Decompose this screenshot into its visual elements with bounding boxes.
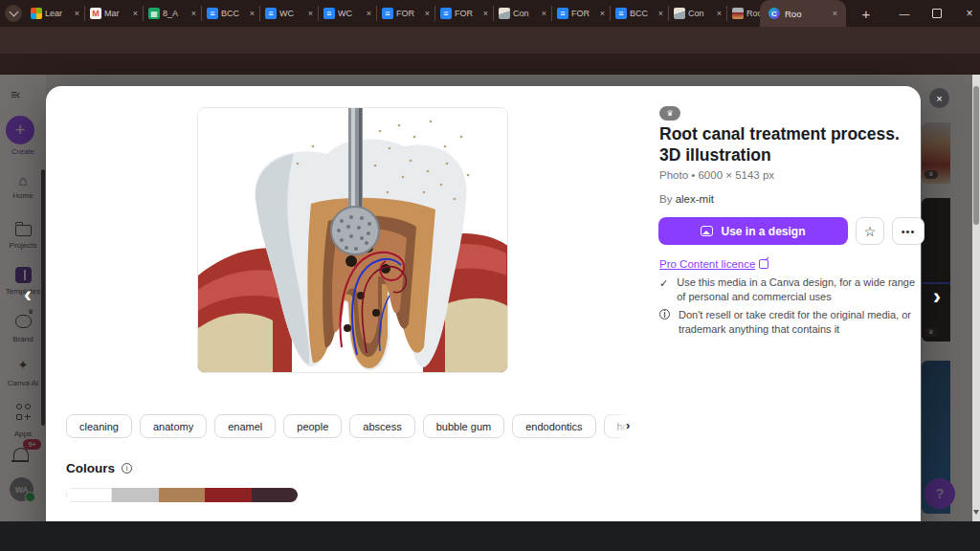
tab-close-icon[interactable]: × — [600, 10, 605, 18]
photo-preview[interactable] — [197, 107, 508, 373]
windows-taskbar: 3 86°F Sunny Search A L N S ✆ 21 — [0, 521, 980, 551]
modal-close-button[interactable]: × — [929, 88, 949, 108]
chevron-down-icon — [9, 8, 18, 17]
microsoft-icon — [31, 8, 42, 19]
author-link[interactable]: alex-mit — [676, 193, 714, 205]
browser-tab[interactable]: ≡WC× — [259, 6, 318, 21]
photo-meta: Photo • 6000 × 5143 px — [659, 169, 774, 181]
photo-title: Root canal treatment process. 3D illustr… — [659, 124, 920, 165]
tab-close-icon[interactable]: × — [191, 10, 196, 18]
tag-anatomy[interactable]: anatomy — [140, 414, 207, 438]
more-options-button[interactable]: ••• — [892, 217, 924, 245]
browser-tab[interactable]: Con× — [493, 6, 551, 21]
browser-tab[interactable]: ≡BCC× — [201, 6, 259, 21]
previous-photo-arrow[interactable]: ‹ — [24, 283, 32, 306]
tab-close-icon[interactable]: × — [133, 10, 138, 18]
browser-tab[interactable]: MMar× — [84, 6, 143, 21]
tag-bubble-gum[interactable]: bubble gum — [423, 414, 505, 438]
tab-search-button[interactable] — [5, 5, 22, 22]
tags-scroll-right-icon[interactable]: › — [626, 418, 630, 432]
browser-tab-strip: Lear× MMar× ▦8_A× ≡BCC× ≡WC× ≡WC× ≡FOR× … — [0, 0, 980, 27]
doc-icon: ≡ — [615, 8, 627, 19]
photo-author: By alex-mit — [659, 193, 714, 205]
tab-close-icon[interactable]: × — [658, 10, 663, 18]
favourite-button[interactable]: ☆ — [856, 217, 884, 245]
doc-icon: ≡ — [557, 8, 568, 19]
tag-abscess[interactable]: abscess — [349, 414, 414, 438]
tab-close-icon[interactable]: × — [717, 10, 722, 18]
root-canal-illustration — [198, 108, 508, 373]
pro-content-licence-link[interactable]: Pro Content licence — [659, 258, 768, 270]
colours-heading: Colours i — [66, 461, 132, 475]
browser-tab-active[interactable]: C Roo × — [760, 0, 846, 27]
maximize-icon — [932, 9, 942, 18]
info-icon: i — [659, 309, 670, 320]
check-icon: ✓ — [659, 276, 668, 303]
tab-close-icon[interactable]: × — [542, 10, 546, 18]
bookmarks-bar: All Bookmarks — [0, 54, 980, 75]
browser-tab[interactable]: ≡FOR× — [551, 6, 610, 21]
doc-icon: ≡ — [440, 8, 452, 19]
tag-endodontics[interactable]: endodontics — [512, 414, 595, 438]
tag-cleaning[interactable]: cleaning — [66, 414, 132, 438]
colour-swatch[interactable] — [205, 488, 251, 502]
window-close-button[interactable]: × — [953, 0, 980, 27]
scrollbar-down-arrow[interactable] — [973, 510, 979, 515]
tab-close-icon[interactable]: × — [833, 10, 837, 18]
tag-people[interactable]: people — [283, 414, 342, 438]
use-in-design-button[interactable]: Use in a design — [658, 217, 848, 245]
colour-swatch[interactable] — [252, 488, 298, 502]
tab-close-icon[interactable]: × — [367, 10, 371, 18]
browser-tab[interactable]: ≡BCC× — [610, 6, 668, 21]
doc-icon: ≡ — [265, 8, 277, 19]
licence-point: i Don't resell or take credit for the or… — [659, 308, 925, 336]
browser-tab[interactable]: ≡FOR× — [434, 6, 493, 21]
window-maximize-button[interactable] — [921, 0, 953, 27]
tab-close-icon[interactable]: × — [75, 10, 79, 18]
new-tab-button[interactable]: + — [857, 4, 876, 23]
tab-close-icon[interactable]: × — [308, 10, 313, 18]
window-minimize-button[interactable]: — — [888, 0, 921, 27]
tag-list: cleaning anatomy enamel people abscess b… — [66, 414, 640, 440]
info-icon[interactable]: i — [122, 463, 132, 474]
doc-icon: ≡ — [323, 8, 335, 19]
page-scrollbar-thumb[interactable] — [973, 86, 979, 225]
tab-close-icon[interactable]: × — [483, 10, 488, 18]
sheets-icon: ▦ — [148, 8, 160, 19]
image-icon — [674, 8, 685, 19]
colour-swatch[interactable] — [66, 488, 112, 502]
browser-tab[interactable]: ▦8_A× — [143, 6, 201, 21]
doc-icon: ≡ — [382, 8, 393, 19]
browser-toolbar: ← → ↻ canva.com/photos/MADMU-afEUk-root-… — [0, 27, 980, 54]
colour-swatch[interactable] — [112, 488, 158, 502]
browser-tab[interactable]: Lear× — [26, 6, 84, 21]
pro-crown-badge: ♛ — [659, 106, 680, 121]
screen: Lear× MMar× ▦8_A× ≡BCC× ≡WC× ≡WC× ≡FOR× … — [0, 0, 980, 551]
image-icon — [701, 226, 713, 236]
browser-tab[interactable]: Con× — [668, 6, 726, 21]
tab-close-icon[interactable]: × — [250, 10, 255, 18]
tab-close-icon[interactable]: × — [425, 10, 430, 18]
tag-enamel[interactable]: enamel — [214, 414, 276, 438]
external-link-icon — [759, 259, 768, 269]
tag-scroll-fade — [601, 414, 640, 440]
colour-swatch[interactable] — [159, 488, 205, 502]
browser-tab[interactable]: ≡WC× — [318, 6, 376, 21]
gmail-icon: M — [90, 8, 101, 19]
doc-icon: ≡ — [207, 8, 218, 19]
next-photo-arrow[interactable]: › — [933, 285, 941, 308]
browser-tabs: Lear× MMar× ▦8_A× ≡BCC× ≡WC× ≡WC× ≡FOR× … — [26, 6, 785, 21]
photo-detail-modal: ♛ Root canal treatment process. 3D illus… — [46, 86, 921, 551]
image-icon — [499, 8, 510, 19]
browser-tab[interactable]: ≡FOR× — [376, 6, 434, 21]
licence-point: ✓ Use this media in a Canva design, for … — [659, 276, 925, 303]
photo-icon — [732, 8, 744, 19]
canva-icon: C — [768, 8, 780, 19]
colour-palette — [66, 488, 298, 502]
